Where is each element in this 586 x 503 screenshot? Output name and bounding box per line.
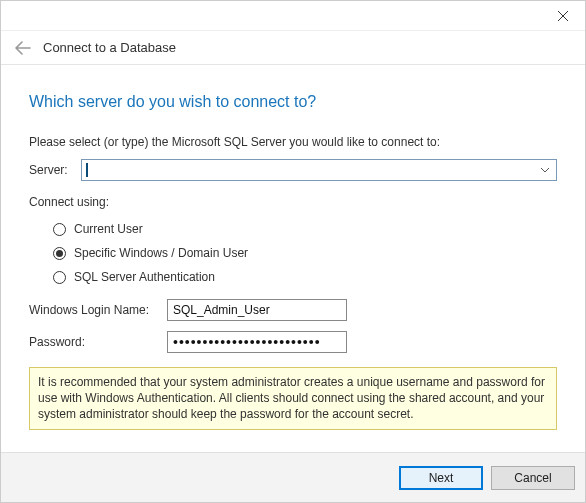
cancel-button[interactable]: Cancel [491, 466, 575, 490]
login-name-input[interactable] [167, 299, 347, 321]
auth-radio-group: Current User Specific Windows / Domain U… [29, 217, 557, 289]
page-heading: Which server do you wish to connect to? [29, 93, 557, 111]
login-name-label: Windows Login Name: [29, 303, 159, 317]
server-combobox[interactable] [81, 159, 557, 181]
radio-label: Current User [74, 222, 143, 236]
dialog-title: Connect to a Database [43, 40, 176, 55]
dialog-footer: Next Cancel [1, 452, 585, 502]
radio-sql-auth[interactable]: SQL Server Authentication [53, 265, 557, 289]
close-button[interactable] [541, 1, 585, 30]
password-label: Password: [29, 335, 159, 349]
window-titlebar [1, 1, 585, 31]
radio-specific-windows-user[interactable]: Specific Windows / Domain User [53, 241, 557, 265]
back-arrow-icon [15, 41, 31, 55]
chevron-down-icon [540, 167, 550, 173]
back-button[interactable] [15, 41, 31, 55]
password-input[interactable]: ••••••••••••••••••••••••• [167, 331, 347, 353]
instruction-text: Please select (or type) the Microsoft SQ… [29, 135, 557, 149]
dialog-header: Connect to a Database [1, 31, 585, 65]
password-row: Password: ••••••••••••••••••••••••• [29, 331, 557, 353]
connect-using-label: Connect using: [29, 195, 557, 209]
server-label: Server: [29, 163, 73, 177]
radio-icon [53, 271, 66, 284]
text-cursor [86, 163, 88, 177]
close-icon [558, 11, 568, 21]
radio-icon [53, 223, 66, 236]
radio-label: Specific Windows / Domain User [74, 246, 248, 260]
radio-icon [53, 247, 66, 260]
dialog-content: Which server do you wish to connect to? … [1, 65, 585, 452]
info-banner: It is recommended that your system admin… [29, 367, 557, 430]
radio-label: SQL Server Authentication [74, 270, 215, 284]
server-row: Server: [29, 159, 557, 181]
login-name-row: Windows Login Name: [29, 299, 557, 321]
next-button[interactable]: Next [399, 466, 483, 490]
radio-current-user[interactable]: Current User [53, 217, 557, 241]
